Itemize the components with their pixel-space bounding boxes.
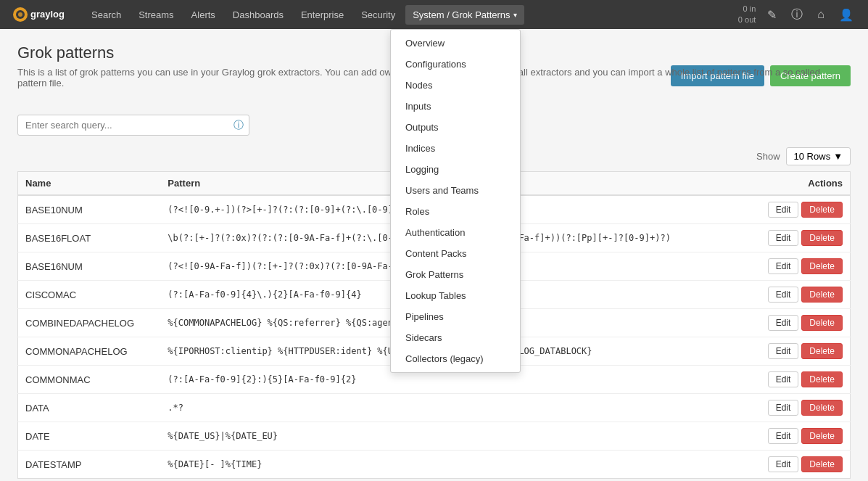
cell-name: BASE16FLOAT bbox=[18, 224, 161, 252]
topnav-right: 0 in 0 out ✎ ⓘ ⌂ 👤 bbox=[738, 4, 856, 26]
cell-name: CISCOMAC bbox=[18, 281, 161, 309]
cell-name: DATE bbox=[18, 422, 161, 451]
cell-pattern: .*? bbox=[160, 394, 746, 422]
topnav: graylog Search Streams Alerts Dashboards… bbox=[0, 0, 868, 29]
dropdown-pipelines[interactable]: Pipelines bbox=[391, 306, 520, 327]
table-row: DATESTAMP%{DATE}[- ]%{TIME}EditDelete bbox=[18, 451, 851, 479]
dropdown-overview[interactable]: Overview bbox=[391, 33, 520, 54]
nav-links: Search Streams Alerts Dashboards Enterpr… bbox=[84, 5, 738, 25]
delete-button[interactable]: Delete bbox=[801, 230, 843, 246]
logo[interactable]: graylog bbox=[12, 6, 70, 23]
cell-actions: EditDelete bbox=[746, 309, 850, 337]
throughput-out: 0 out bbox=[738, 15, 756, 25]
throughput: 0 in 0 out bbox=[738, 4, 756, 26]
cell-actions: EditDelete bbox=[746, 366, 850, 394]
cell-name: DATESTAMP bbox=[18, 451, 161, 479]
dropdown-inputs[interactable]: Inputs bbox=[391, 96, 520, 117]
rows-selector[interactable]: 10 Rows ▼ bbox=[786, 147, 851, 165]
edit-button[interactable]: Edit bbox=[768, 287, 799, 303]
cell-actions: EditDelete bbox=[746, 422, 850, 451]
cell-name: COMBINEDAPACHELOG bbox=[18, 309, 161, 337]
cell-name: COMMONMAC bbox=[18, 366, 161, 394]
dropdown-sidecars[interactable]: Sidecars bbox=[391, 327, 520, 348]
edit-button[interactable]: Edit bbox=[768, 315, 799, 331]
edit-button[interactable]: Edit bbox=[768, 428, 799, 444]
svg-text:graylog: graylog bbox=[30, 9, 65, 20]
nav-system[interactable]: System / Grok Patterns bbox=[405, 5, 524, 25]
delete-button[interactable]: Delete bbox=[801, 400, 843, 416]
help-icon[interactable]: ⓘ bbox=[788, 4, 806, 25]
edit-button[interactable]: Edit bbox=[768, 343, 799, 359]
cell-name: BASE16NUM bbox=[18, 252, 161, 281]
cell-name: DATA bbox=[18, 394, 161, 422]
delete-button[interactable]: Delete bbox=[801, 428, 843, 444]
dropdown-outputs[interactable]: Outputs bbox=[391, 117, 520, 138]
show-label: Show bbox=[756, 151, 780, 162]
cell-actions: EditDelete bbox=[746, 281, 850, 309]
throughput-in: 0 in bbox=[738, 4, 756, 15]
delete-button[interactable]: Delete bbox=[801, 343, 843, 359]
nav-enterprise[interactable]: Enterprise bbox=[294, 5, 351, 25]
edit-button[interactable]: Edit bbox=[768, 202, 799, 218]
dropdown-authentication[interactable]: Authentication bbox=[391, 222, 520, 243]
edit-button[interactable]: Edit bbox=[768, 456, 799, 472]
edit-button[interactable]: Edit bbox=[768, 371, 799, 387]
cell-pattern: %{DATE}[- ]%{TIME} bbox=[160, 451, 746, 479]
cell-actions: EditDelete bbox=[746, 394, 850, 422]
dropdown-logging[interactable]: Logging bbox=[391, 159, 520, 180]
rows-btn-label: 10 Rows bbox=[794, 151, 831, 162]
chevron-down-icon: ▼ bbox=[833, 151, 843, 162]
delete-button[interactable]: Delete bbox=[801, 315, 843, 331]
nav-streams[interactable]: Streams bbox=[131, 5, 181, 25]
search-input-wrap: ⓘ bbox=[17, 115, 249, 136]
cell-actions: EditDelete bbox=[746, 224, 850, 252]
col-actions: Actions bbox=[746, 172, 850, 196]
svg-point-2 bbox=[18, 12, 22, 17]
delete-button[interactable]: Delete bbox=[801, 287, 843, 303]
cell-actions: EditDelete bbox=[746, 252, 850, 281]
search-help-icon[interactable]: ⓘ bbox=[233, 119, 244, 132]
col-name: Name bbox=[18, 172, 161, 196]
nav-dashboards[interactable]: Dashboards bbox=[226, 5, 291, 25]
table-row: DATE%{DATE_US}|%{DATE_EU}EditDelete bbox=[18, 422, 851, 451]
table-row: DATA.*?EditDelete bbox=[18, 394, 851, 422]
dropdown-roles[interactable]: Roles bbox=[391, 201, 520, 222]
cell-name: COMMONAPACHELOG bbox=[18, 337, 161, 366]
edit-button[interactable]: Edit bbox=[768, 230, 799, 246]
cell-pattern: %{DATE_US}|%{DATE_EU} bbox=[160, 422, 746, 451]
delete-button[interactable]: Delete bbox=[801, 456, 843, 472]
dropdown-users-and-teams[interactable]: Users and Teams bbox=[391, 180, 520, 201]
dropdown-grok-patterns[interactable]: Grok Patterns bbox=[391, 264, 520, 285]
home-icon[interactable]: ⌂ bbox=[814, 5, 827, 24]
dropdown-nodes[interactable]: Nodes bbox=[391, 75, 520, 96]
edit-icon[interactable]: ✎ bbox=[764, 5, 780, 25]
system-dropdown-menu: Overview Configurations Nodes Inputs Out… bbox=[390, 29, 521, 373]
user-icon[interactable]: 👤 bbox=[836, 5, 856, 25]
cell-actions: EditDelete bbox=[746, 337, 850, 366]
delete-button[interactable]: Delete bbox=[801, 258, 843, 274]
nav-alerts[interactable]: Alerts bbox=[184, 5, 223, 25]
dropdown-configurations[interactable]: Configurations bbox=[391, 54, 520, 75]
cell-actions: EditDelete bbox=[746, 195, 850, 224]
nav-security[interactable]: Security bbox=[354, 5, 402, 25]
dropdown-collectors-legacy[interactable]: Collectors (legacy) bbox=[391, 348, 520, 369]
nav-search[interactable]: Search bbox=[84, 5, 128, 25]
dropdown-content-packs[interactable]: Content Packs bbox=[391, 243, 520, 264]
delete-button[interactable]: Delete bbox=[801, 371, 843, 387]
delete-button[interactable]: Delete bbox=[801, 202, 843, 218]
dropdown-lookup-tables[interactable]: Lookup Tables bbox=[391, 285, 520, 306]
dropdown-indices[interactable]: Indices bbox=[391, 138, 520, 159]
edit-button[interactable]: Edit bbox=[768, 258, 799, 274]
search-input[interactable] bbox=[17, 115, 249, 136]
edit-button[interactable]: Edit bbox=[768, 400, 799, 416]
cell-actions: EditDelete bbox=[746, 451, 850, 479]
cell-name: BASE10NUM bbox=[18, 195, 161, 224]
